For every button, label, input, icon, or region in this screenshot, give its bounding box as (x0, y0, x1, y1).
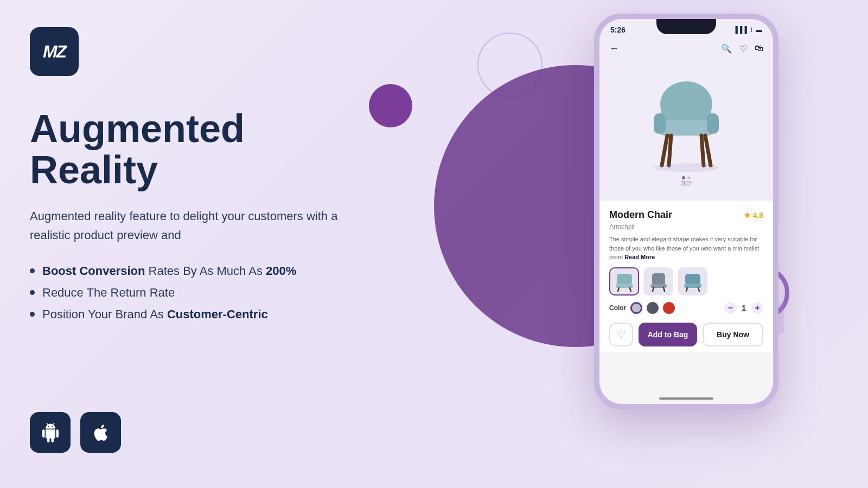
add-to-bag-label: Add to Bag (648, 330, 688, 339)
battery-icon: ▬ (756, 26, 762, 34)
degree-dot-2 (687, 176, 691, 179)
list-item: Position Your Brand As Customer-Centric (30, 307, 366, 322)
svg-line-13 (630, 288, 631, 291)
phone-notch (656, 19, 716, 34)
rating-value: 4.8 (753, 211, 763, 220)
color-option-3[interactable] (663, 302, 675, 314)
qty-value: 1 (742, 304, 746, 312)
phone-frame: 5:26 ▐▐▐ ⌇ ▬ ← 🔍 ♡ 🛍 (594, 14, 778, 409)
logo-text: MZ (43, 42, 66, 62)
product-thumbnails (609, 267, 763, 296)
svg-rect-18 (685, 274, 700, 285)
product-header: Modern Chair ★ 4.8 (609, 209, 763, 221)
bullet-text-1: Boost Conversion Rates By As Much As 200… (42, 264, 296, 278)
svg-line-12 (618, 288, 619, 291)
svg-line-6 (705, 136, 711, 165)
svg-rect-4 (707, 113, 719, 134)
product-name: Modern Chair (609, 209, 672, 221)
nav-action-icons: 🔍 ♡ 🛍 (721, 43, 763, 54)
thumb-image-2 (648, 271, 669, 292)
wifi-icon: ⌇ (750, 26, 753, 34)
back-button[interactable]: ← (609, 43, 619, 54)
color-label: Color (609, 304, 626, 312)
bullet-dot (30, 268, 35, 273)
qty-decrease-button[interactable]: − (724, 302, 736, 314)
svg-line-21 (698, 288, 699, 291)
status-icons: ▐▐▐ ⌇ ▬ (733, 26, 762, 34)
heart-icon[interactable]: ♡ (739, 43, 747, 54)
logo: MZ (30, 27, 79, 76)
bullet-bold-3: Customer-Centric (167, 307, 268, 321)
svg-line-16 (653, 287, 654, 291)
svg-rect-10 (617, 274, 632, 285)
thumb-image-1 (614, 271, 635, 292)
feature-list: Boost Conversion Rates By As Much As 200… (30, 264, 366, 322)
svg-rect-3 (654, 113, 666, 134)
phone-screen: 5:26 ▐▐▐ ⌇ ▬ ← 🔍 ♡ 🛍 (599, 19, 773, 404)
svg-rect-2 (658, 120, 714, 136)
color-qty-row: Color − 1 + (609, 302, 763, 314)
thumbnail-2[interactable] (643, 267, 673, 296)
thumb-image-3 (682, 271, 704, 292)
product-rating: ★ 4.8 (744, 211, 763, 220)
bullet-bold-2: 200% (266, 264, 296, 278)
bullet-bold-1: Boost Conversion (42, 264, 145, 278)
svg-rect-19 (684, 284, 701, 288)
bg-decor-circle-small (369, 84, 412, 127)
svg-point-9 (654, 163, 719, 172)
color-option-1[interactable] (630, 302, 642, 314)
svg-line-5 (662, 136, 667, 165)
star-icon: ★ (744, 211, 751, 220)
buy-now-label: Buy Now (717, 330, 749, 339)
svg-line-7 (669, 136, 671, 165)
degree-dot-1 (682, 176, 685, 179)
wishlist-button[interactable]: ♡ (609, 323, 633, 346)
platform-badges (30, 412, 121, 453)
hero-subtitle: Augmented reality feature to delight you… (30, 207, 366, 245)
color-section: Color (609, 302, 675, 314)
list-item: Reduce The Return Rate (30, 286, 366, 300)
read-more-link[interactable]: Read More (624, 254, 655, 260)
svg-line-20 (686, 288, 687, 291)
apple-icon (91, 423, 111, 442)
cart-icon[interactable]: 🛍 (755, 43, 763, 54)
status-time: 5:26 (610, 25, 626, 34)
svg-line-17 (663, 287, 665, 291)
product-image-area: 360° (599, 60, 773, 201)
home-indicator (659, 397, 713, 400)
bullet-dot (30, 290, 35, 295)
android-badge[interactable] (30, 412, 71, 453)
chair-container (643, 74, 730, 172)
android-icon (41, 423, 60, 442)
action-buttons: ♡ Add to Bag Buy Now (609, 320, 763, 346)
quantity-control: − 1 + (724, 302, 763, 314)
product-description: The simple and elegant shape makes it ve… (609, 235, 763, 262)
thumbnail-1[interactable] (609, 267, 639, 296)
bullet-text-2: Reduce The Return Rate (42, 286, 175, 300)
page-title: Augmented Reality (30, 108, 366, 190)
degree-indicator: 360° (681, 176, 692, 187)
list-item: Boost Conversion Rates By As Much As 200… (30, 264, 366, 278)
svg-rect-14 (652, 273, 665, 285)
svg-rect-15 (650, 284, 667, 288)
degree-text: 360° (681, 181, 692, 187)
search-icon[interactable]: 🔍 (721, 43, 732, 54)
add-to-bag-button[interactable]: Add to Bag (639, 323, 697, 346)
nav-bar: ← 🔍 ♡ 🛍 (599, 37, 773, 60)
signal-icon: ▐▐▐ (733, 26, 747, 34)
qty-increase-button[interactable]: + (751, 302, 763, 314)
color-option-2[interactable] (647, 302, 659, 314)
hero-content: Augmented Reality Augmented reality feat… (30, 108, 366, 329)
degree-dots (682, 176, 691, 179)
buy-now-button[interactable]: Buy Now (703, 323, 763, 346)
ios-badge[interactable] (80, 412, 121, 453)
phone-mockup: 5:26 ▐▐▐ ⌇ ▬ ← 🔍 ♡ 🛍 (594, 14, 778, 409)
product-details: Modern Chair ★ 4.8 Armchair The simple a… (599, 201, 773, 352)
product-category: Armchair (609, 223, 763, 230)
thumbnail-3[interactable] (678, 267, 707, 296)
chair-image (643, 74, 730, 172)
bullet-text-3: Position Your Brand As Customer-Centric (42, 307, 268, 322)
bullet-dot (30, 312, 35, 317)
wishlist-heart-icon: ♡ (617, 329, 626, 341)
svg-rect-11 (616, 284, 633, 288)
